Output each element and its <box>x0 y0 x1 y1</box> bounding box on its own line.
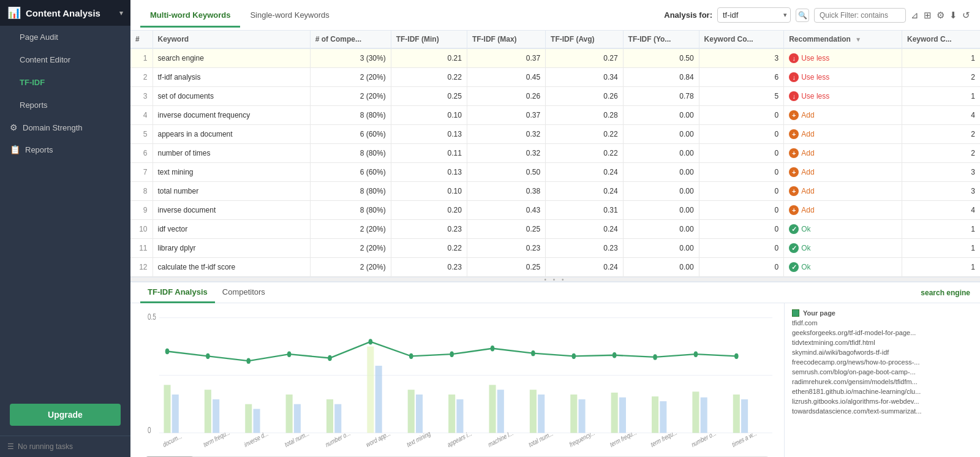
col-header-keyword-c[interactable]: Keyword C... <box>902 31 981 48</box>
cell-num: 1 <box>130 48 153 68</box>
col-header-tfidf-avg[interactable]: TF-IDF (Avg) <box>546 31 624 48</box>
filter-icon[interactable]: ⊿ <box>911 10 919 21</box>
keyword-table: # Keyword # of Compe... TF-IDF (Min) TF-… <box>130 31 980 277</box>
quick-filter-input[interactable] <box>814 8 906 23</box>
cell-tfidf-max: 0.37 <box>467 106 545 125</box>
chart-legend-panel: Your page tfidf.comgeeksforgeeks.org/tf-… <box>784 303 980 457</box>
cell-tfidf-yours: 0.00 <box>623 258 699 277</box>
cell-num: 7 <box>130 163 153 182</box>
svg-rect-33 <box>733 395 740 433</box>
cell-recommendation: ✓ Ok <box>784 258 902 277</box>
svg-rect-11 <box>286 395 293 433</box>
svg-rect-14 <box>334 404 341 433</box>
cell-tfidf-min: 0.11 <box>391 144 467 163</box>
table-row[interactable]: 9 inverse document 8 (80%) 0.20 0.43 0.3… <box>130 201 980 220</box>
table-row[interactable]: 12 calculate the tf-idf score 2 (20%) 0.… <box>130 258 980 277</box>
cell-keyword-count: 0 <box>699 144 784 163</box>
cell-tfidf-avg: 0.28 <box>546 106 624 125</box>
grid-icon[interactable]: ⊞ <box>924 10 932 21</box>
cell-recommendation: + Add <box>784 144 902 163</box>
cell-tfidf-min: 0.23 <box>391 220 467 239</box>
cell-tfidf-avg: 0.22 <box>546 125 624 144</box>
cell-num: 3 <box>130 87 153 106</box>
cell-tfidf-max: 0.37 <box>467 48 545 68</box>
col-header-recommendation[interactable]: Recommendation ▼ <box>784 31 902 48</box>
cell-tfidf-max: 0.50 <box>467 163 545 182</box>
cell-tfidf-max: 0.45 <box>467 68 545 87</box>
bottom-tab-tfidf[interactable]: TF-IDF Analysis <box>140 282 215 303</box>
cell-competitors: 8 (80%) <box>310 106 391 125</box>
download-icon[interactable]: ⬇ <box>949 10 957 21</box>
resize-handle[interactable]: • • • <box>130 277 980 282</box>
table-row[interactable]: 4 inverse document frequency 8 (80%) 0.1… <box>130 106 980 125</box>
legend-checkbox-your-page[interactable] <box>792 309 799 317</box>
table-row[interactable]: 5 appears in a document 6 (60%) 0.13 0.3… <box>130 125 980 144</box>
cell-tfidf-yours: 0.78 <box>623 87 699 106</box>
tab-multiword[interactable]: Multi-word Keywords <box>140 4 240 28</box>
table-row[interactable]: 7 text mining 6 (60%) 0.13 0.50 0.24 0.0… <box>130 163 980 182</box>
cell-keyword-c: 2 <box>902 125 981 144</box>
table-row[interactable]: 1 search engine 3 (30%) 0.21 0.37 0.27 0… <box>130 48 980 68</box>
tab-singleword[interactable]: Single-word Keywords <box>240 4 339 28</box>
upgrade-button[interactable]: Upgrade <box>10 404 121 426</box>
svg-rect-28 <box>619 398 626 433</box>
cell-tfidf-yours: 0.00 <box>623 144 699 163</box>
rec-badge-add: + Add <box>789 129 814 139</box>
settings-icon[interactable]: ⚙ <box>937 10 944 21</box>
analysis-select[interactable]: tf-idf <box>717 7 791 23</box>
sidebar-section-reports[interactable]: 📋 Reports <box>0 138 130 161</box>
cell-keyword: text mining <box>153 163 310 182</box>
reports-icon: 📋 <box>10 145 20 154</box>
refresh-icon[interactable]: ↺ <box>962 10 970 21</box>
svg-point-38 <box>287 352 292 357</box>
cell-keyword-count: 6 <box>699 68 784 87</box>
cell-tfidf-avg: 0.24 <box>546 182 624 201</box>
cell-tfidf-avg: 0.27 <box>546 48 624 68</box>
table-row[interactable]: 11 library dplyr 2 (20%) 0.22 0.23 0.23 … <box>130 239 980 258</box>
analysis-select-wrapper[interactable]: tf-idf <box>717 7 791 23</box>
legend-site-item: geeksforgeeks.org/tf-idf-model-for-page.… <box>792 328 973 338</box>
cell-keyword-count: 0 <box>699 106 784 125</box>
col-header-num: # <box>130 31 153 48</box>
cell-keyword-c: 2 <box>902 68 981 87</box>
cell-recommendation: ↓ Use less <box>784 87 902 106</box>
cell-keyword: calculate the tf-idf score <box>153 258 310 277</box>
sidebar-item-tfidf[interactable]: TF-IDF <box>0 71 130 94</box>
cell-keyword-c: 1 <box>902 48 981 68</box>
sidebar-header[interactable]: 📊 Content Analysis ▾ <box>0 0 130 26</box>
table-row[interactable]: 6 number of times 8 (80%) 0.11 0.32 0.22… <box>130 144 980 163</box>
table-row[interactable]: 8 total number 8 (80%) 0.10 0.38 0.24 0.… <box>130 182 980 201</box>
table-row[interactable]: 10 idf vector 2 (20%) 0.23 0.25 0.24 0.0… <box>130 220 980 239</box>
table-row[interactable]: 2 tf-idf analysis 2 (20%) 0.22 0.45 0.34… <box>130 68 980 87</box>
sidebar-item-reports[interactable]: Reports <box>0 94 130 116</box>
table-row[interactable]: 3 set of documents 2 (20%) 0.25 0.26 0.2… <box>130 87 980 106</box>
cell-tfidf-min: 0.25 <box>391 87 467 106</box>
svg-point-36 <box>206 353 210 359</box>
col-header-tfidf-max[interactable]: TF-IDF (Max) <box>467 31 545 48</box>
sidebar-item-page-audit[interactable]: Page Audit <box>0 26 130 48</box>
cell-keyword-count: 0 <box>699 220 784 239</box>
cell-keyword-count: 0 <box>699 182 784 201</box>
col-header-keyword[interactable]: Keyword <box>153 31 310 48</box>
cell-tfidf-avg: 0.31 <box>546 201 624 220</box>
svg-point-46 <box>612 352 617 358</box>
cell-num: 5 <box>130 125 153 144</box>
cell-competitors: 2 (20%) <box>310 68 391 87</box>
sidebar-section-domain-strength[interactable]: ⚙ Domain Strength <box>0 116 130 138</box>
cell-tfidf-yours: 0.00 <box>623 220 699 239</box>
search-icon[interactable]: 🔍 <box>796 9 809 22</box>
cell-competitors: 2 (20%) <box>310 87 391 106</box>
col-header-tfidf-yours[interactable]: TF-IDF (Yo... <box>623 31 699 48</box>
legend-site-item: skymind.ai/wiki/bagofwords-tf-idf <box>792 347 973 357</box>
svg-point-39 <box>328 355 332 361</box>
bottom-tab-competitors[interactable]: Competitors <box>215 282 273 303</box>
chevron-down-icon[interactable]: ▾ <box>119 9 123 17</box>
table-body: 1 search engine 3 (30%) 0.21 0.37 0.27 0… <box>130 48 980 277</box>
svg-point-43 <box>491 346 495 351</box>
col-header-competitors[interactable]: # of Compe... <box>310 31 391 48</box>
col-header-tfidf-min[interactable]: TF-IDF (Min) <box>391 31 467 48</box>
tasks-icon: ☰ <box>7 442 14 451</box>
sidebar-item-content-editor[interactable]: Content Editor <box>0 48 130 71</box>
col-header-keyword-count[interactable]: Keyword Co... <box>699 31 784 48</box>
top-controls: Analysis for: tf-idf 🔍 ⊿ ⊞ ⚙ ⬇ ↺ <box>664 7 970 23</box>
